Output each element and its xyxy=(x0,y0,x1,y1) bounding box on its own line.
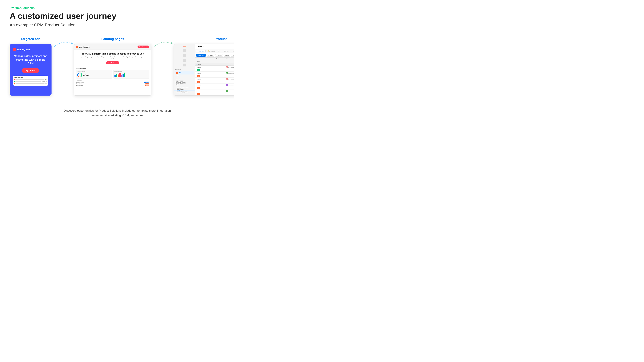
ad-preview-title: Sales pipeline xyxy=(14,77,47,78)
new-item-button[interactable]: + New item ▾ xyxy=(196,54,206,57)
crm-star-icon: ☆ xyxy=(203,46,204,47)
sidebar-sales-dashboard[interactable]: Sales Dashboard xyxy=(174,79,195,80)
sort-icon: ↕ xyxy=(232,55,233,56)
priority-badge: High xyxy=(197,81,200,83)
lead-status: Deal lost xyxy=(144,85,149,86)
crm-nav-icon xyxy=(176,72,178,74)
sidebar-contacts[interactable]: Contacts xyxy=(174,87,195,88)
table-row: Deal name 8 LM Lionel Messi Leilani Krau… xyxy=(195,72,234,77)
bottom-text-content: Discovery opportunities for Product Solu… xyxy=(64,109,171,117)
leads-expand-icon: ▾ xyxy=(196,63,197,65)
page-container: Product Solutions A customized user jour… xyxy=(0,0,234,124)
workspace-header: Workspace ··· xyxy=(174,68,195,71)
crm-main-content: CRM ☆ 📈 Activity + Add to board ··· xyxy=(195,44,234,95)
filter-button[interactable]: ⊞ Filter xyxy=(224,54,230,57)
workspace-menu: ··· xyxy=(192,69,194,70)
arrow-connector-1 xyxy=(52,37,74,48)
crm-card: Workspace ··· CRM + Add ⊙ Filters 🔍 Sear… xyxy=(174,44,234,96)
tab-add-view[interactable]: + Add View xyxy=(231,50,234,52)
clients-chart: Average deal size $62,000 xyxy=(77,72,111,77)
landing-pages-label: Landing pages xyxy=(101,37,124,41)
preview-bar xyxy=(16,81,42,82)
tab-form[interactable]: Form xyxy=(217,50,222,52)
product-solutions-label: Product Solutions xyxy=(10,6,225,10)
sidebar-account-mgmt[interactable]: Account Management xyxy=(174,83,195,84)
bar xyxy=(121,75,122,77)
ad-headline: Manage sales, projects andmarketing with… xyxy=(13,54,48,65)
preview-bar xyxy=(16,79,44,80)
leads-section-header: ▾ Leads xyxy=(195,63,234,66)
lead-row: Blackstone Experts Add deal xyxy=(76,82,149,83)
crm-nav-label: CRM xyxy=(178,72,181,73)
landing-logo-icon xyxy=(76,46,78,48)
tab-main-view[interactable]: Main View xyxy=(223,50,230,52)
sidebar-add[interactable]: + Add xyxy=(174,75,195,76)
sidebar-crm-active[interactable]: ◉ CRM xyxy=(174,90,195,91)
sidebar-filters[interactable]: ⊙ Filters xyxy=(174,76,195,77)
sidebar-crm-section[interactable]: ▸ CRM xyxy=(174,85,195,86)
cell-priority: Low xyxy=(196,69,216,71)
sidebar-invoices[interactable]: Invoices and Collections xyxy=(174,92,195,93)
arrow-svg-1 xyxy=(52,39,73,48)
sidebar-lead-capturing[interactable]: Lead Capturing xyxy=(174,88,195,90)
journey-item-product: Product Workspace ··· xyxy=(174,37,234,96)
sidebar-collections[interactable]: Collections Overview xyxy=(174,82,195,83)
sidebar-sales-team[interactable]: Sales Team and Attainme... xyxy=(174,86,195,87)
marketing-label: Marketing projects xyxy=(114,71,148,72)
landing-hero-cta-button[interactable]: Get Started → xyxy=(106,61,119,64)
avatar: LJ xyxy=(226,66,228,68)
cell-name: Deal name 4 xyxy=(196,66,216,68)
sidebar-hiring[interactable]: Hiring xyxy=(174,84,195,85)
sort-button[interactable]: ↕ Sort xyxy=(231,54,234,57)
sidebar-activities[interactable]: Activities board xyxy=(174,93,195,94)
priority-badge: High xyxy=(197,75,200,77)
preview-dot xyxy=(14,82,16,84)
main-view-label: Main View xyxy=(224,50,229,52)
crm-nav-item: CRM xyxy=(175,71,194,74)
monday-logo-circle xyxy=(13,48,16,51)
crm-sidebar-logo xyxy=(183,46,186,47)
landing-nav-cta[interactable]: Get Started → xyxy=(138,45,149,48)
targeted-ads-label: Targeted ads xyxy=(21,37,40,41)
preview-bar xyxy=(16,83,44,84)
tab-deals-status[interactable]: 💰 Deals status xyxy=(206,50,216,52)
preview-label: Lost xyxy=(45,83,47,84)
sidebar-search[interactable]: 🔍 Search xyxy=(174,77,195,78)
sidebar-pipeline[interactable]: Pipeline Analysis xyxy=(174,80,195,82)
journey-item-targeted-ads: Targeted ads monday.com Manage sales, pr… xyxy=(10,37,52,96)
sidebar-overview[interactable]: Overview xyxy=(174,78,195,79)
preview-dot xyxy=(14,81,16,82)
landing-logo-text: monday.com xyxy=(79,46,90,48)
ad-card: monday.com Manage sales, projects andmar… xyxy=(10,44,52,96)
sidebar-accounts[interactable]: Accounts Management xyxy=(174,91,195,92)
crm-main-header: CRM ☆ 📈 Activity + Add to board ··· xyxy=(195,44,234,49)
landing-nav-logo: monday.com xyxy=(76,46,90,48)
tab-main-table[interactable]: ⊞ Main Table xyxy=(196,50,206,52)
landing-header: monday.com Get Started → xyxy=(74,44,151,50)
ad-cta-button[interactable]: Try for free xyxy=(22,68,39,73)
dropdown-icon: ▾ xyxy=(204,55,204,56)
cell-tasks xyxy=(216,79,225,80)
table-row: Deal name 6 LJ LeBron Jam... Leilani Kra… xyxy=(195,77,234,83)
leads-list: Blackstone Experts Add deal Evolve Marke… xyxy=(76,82,149,86)
ad-logo: monday.com xyxy=(13,48,48,51)
leads-section: Leads status Blackstone Experts Add deal… xyxy=(74,79,151,87)
priority-badge: High xyxy=(197,93,200,95)
dashboard-content: Clients onboarding Average deal size $62… xyxy=(76,70,149,78)
owner-name: LeBron Jam... xyxy=(228,79,234,80)
search-button[interactable]: 🔍 Search xyxy=(207,54,214,57)
crm-board-title: CRM xyxy=(196,45,202,48)
ad-preview: Sales pipeline Won In Progress xyxy=(13,76,48,86)
bar xyxy=(114,75,116,77)
cell-priority: High xyxy=(196,93,216,95)
preview-label: Won xyxy=(45,79,47,80)
search-label: Search xyxy=(210,55,213,56)
subtitle: An example: CRM Product Solution xyxy=(10,22,225,27)
lead-name: Admiral Project & Co xyxy=(76,85,144,86)
person-filter-button[interactable]: 👤 Person xyxy=(215,54,223,57)
cell-owner: SC Stephen Curry xyxy=(225,83,234,87)
col-header-name xyxy=(196,58,216,60)
landing-hero: The CRM platform that is simple to set u… xyxy=(74,50,151,67)
dashboard-title: CRM dashboard xyxy=(76,68,149,69)
cell-owner: LJ LeBron Jam... xyxy=(225,66,234,69)
